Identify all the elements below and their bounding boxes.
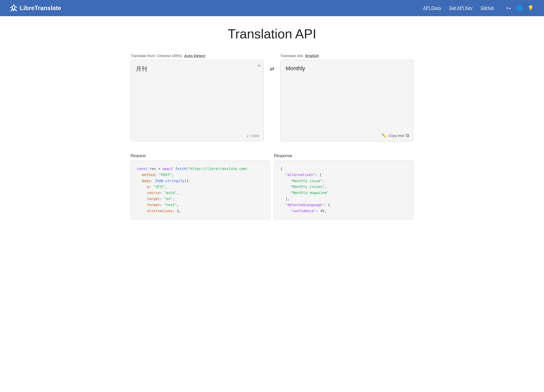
target-box: Monthly ✏️ Copy text ⧉: [280, 60, 413, 141]
navbar: 众 LibreTranslate API Docs Get API Key Gi…: [0, 0, 544, 16]
source-panel: Translate from: Chinese (45%) Auto Detec…: [131, 54, 264, 141]
target-language-link[interactable]: English: [305, 54, 319, 58]
light-icon-button[interactable]: 💡: [528, 5, 534, 11]
request-code-box: const res = await fetch("https://libretr…: [131, 161, 270, 219]
copy-text-label: Copy text: [388, 133, 404, 138]
main-content: Translation API Translate from: Chinese …: [120, 16, 424, 229]
page-title: Translation API: [131, 26, 413, 41]
response-label: Response: [274, 154, 413, 158]
brand-name: LibreTranslate: [20, 5, 61, 12]
nav-get-api-key[interactable]: Get API Key: [449, 6, 473, 11]
target-label: Translate into English: [280, 54, 413, 58]
response-panel: Response { "alternatives": [ "Monthly is…: [274, 154, 413, 219]
translated-text: Monthly: [281, 60, 413, 131]
swap-languages-button[interactable]: ⇄: [268, 64, 276, 74]
clear-icon: ×: [258, 63, 260, 68]
output-footer: ✏️ Copy text ⧉: [281, 131, 413, 141]
source-textarea[interactable]: 月刊: [131, 60, 263, 131]
copy-text-button[interactable]: Copy text ⧉: [388, 133, 409, 138]
target-label-prefix: Translate into: [280, 54, 303, 58]
brand-icon: 众: [10, 3, 17, 13]
source-label: Translate from: Chinese (45%) Auto Detec…: [131, 54, 264, 58]
request-code: const res = await fetch("https://libretr…: [137, 166, 264, 214]
auto-detect-link[interactable]: Auto Detect: [184, 54, 205, 58]
char-count: 2 / 2000: [131, 132, 263, 141]
code-section: Request const res = await fetch("https:/…: [131, 154, 413, 219]
clear-button[interactable]: ×: [258, 63, 260, 68]
nav-github[interactable]: GitHub: [481, 6, 494, 11]
brand-logo[interactable]: 众 LibreTranslate: [10, 3, 61, 13]
light-icon: 💡: [528, 5, 534, 11]
navbar-icon-group: 🗝 🌐 💡: [506, 5, 534, 11]
request-panel: Request const res = await fetch("https:/…: [131, 154, 270, 219]
response-code-box: { "alternatives": [ "Monthly issue", "Mo…: [274, 161, 413, 219]
copy-icon: ⧉: [406, 133, 409, 138]
source-box: × 月刊 2 / 2000: [131, 60, 264, 141]
navbar-links: API Docs Get API Key GitHub: [423, 6, 494, 11]
swap-icon: ⇄: [270, 66, 274, 72]
translate-section: Translate from: Chinese (45%) Auto Detec…: [131, 54, 413, 141]
key-icon-button[interactable]: 🗝: [506, 5, 511, 11]
globe-icon-button[interactable]: 🌐: [516, 5, 523, 11]
response-code: { "alternatives": [ "Monthly issue", "Mo…: [280, 166, 407, 214]
globe-icon: 🌐: [516, 5, 523, 11]
nav-api-docs[interactable]: API Docs: [423, 6, 441, 11]
request-label: Request: [131, 154, 270, 158]
key-icon: 🗝: [506, 5, 511, 11]
edit-icon: ✏️: [381, 133, 386, 138]
source-label-prefix: Translate from: Chinese (45%): [131, 54, 182, 58]
target-panel: Translate into English Monthly ✏️ Copy t…: [280, 54, 413, 141]
